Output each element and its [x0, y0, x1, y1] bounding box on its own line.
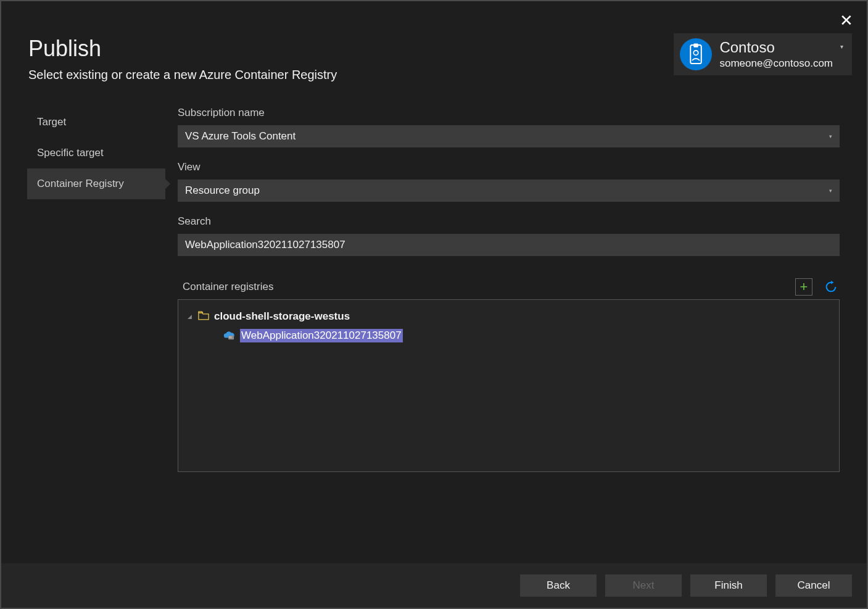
- chevron-down-icon: ▾: [829, 133, 832, 139]
- svg-rect-4: [229, 336, 232, 337]
- create-new-button[interactable]: +: [795, 278, 812, 296]
- collapse-icon[interactable]: ◢: [186, 313, 193, 320]
- subscription-label: Subscription name: [178, 107, 840, 119]
- tree-group-label: cloud-shell-storage-westus: [214, 310, 350, 323]
- sidebar-item-target[interactable]: Target: [27, 107, 165, 138]
- search-input[interactable]: [178, 234, 840, 256]
- subscription-value: VS Azure Tools Content: [185, 130, 296, 143]
- sidebar-item-container-registry[interactable]: Container Registry: [27, 168, 165, 199]
- back-button[interactable]: Back: [520, 574, 597, 597]
- badge-icon: [680, 38, 712, 70]
- sidebar-item-label: Target: [37, 116, 66, 128]
- container-registry-tree[interactable]: ◢ cloud-shell-storage-westus: [178, 299, 840, 472]
- cloud-icon: [223, 330, 235, 342]
- container-registries-label: Container registries: [183, 281, 273, 293]
- folder-icon: [198, 311, 209, 322]
- next-button: Next: [605, 574, 682, 597]
- sidebar-item-specific-target[interactable]: Specific target: [27, 138, 165, 168]
- close-button[interactable]: ✕: [840, 12, 853, 28]
- account-selector[interactable]: Contoso someone@contoso.com ▾: [674, 33, 852, 75]
- tree-group[interactable]: ◢ cloud-shell-storage-westus: [186, 309, 832, 325]
- tree-item[interactable]: WebApplication320211027135807: [186, 327, 832, 344]
- view-label: View: [178, 161, 840, 173]
- chevron-down-icon: ▾: [829, 188, 832, 194]
- view-dropdown[interactable]: Resource group ▾: [178, 180, 840, 202]
- chevron-down-icon: ▾: [840, 43, 843, 50]
- wizard-steps: Target Specific target Container Registr…: [1, 107, 165, 563]
- sidebar-item-label: Container Registry: [37, 178, 124, 189]
- sidebar-item-label: Specific target: [37, 147, 104, 159]
- view-value: Resource group: [185, 184, 260, 197]
- account-name: Contoso: [719, 39, 833, 56]
- refresh-button[interactable]: [822, 278, 840, 296]
- subscription-dropdown[interactable]: VS Azure Tools Content ▾: [178, 125, 840, 147]
- dialog-footer: Back Next Finish Cancel: [1, 563, 867, 608]
- svg-rect-0: [691, 45, 702, 64]
- svg-rect-1: [694, 44, 699, 48]
- tree-item-label: WebApplication320211027135807: [240, 329, 403, 342]
- svg-rect-5: [229, 338, 232, 338]
- cancel-button[interactable]: Cancel: [775, 574, 852, 597]
- finish-button[interactable]: Finish: [690, 574, 767, 597]
- refresh-icon: [824, 280, 838, 294]
- search-label: Search: [178, 215, 840, 228]
- account-email: someone@contoso.com: [719, 57, 833, 70]
- svg-point-2: [694, 51, 699, 56]
